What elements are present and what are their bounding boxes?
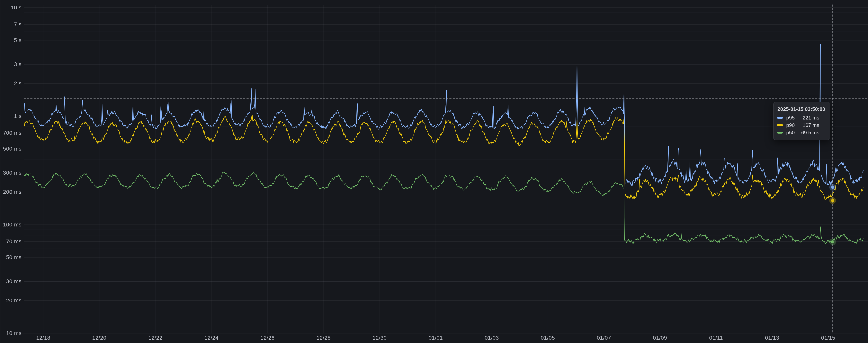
tooltip-series-color-pill (777, 132, 783, 133)
tooltip-series-value: 69.5 ms (801, 130, 825, 136)
x-tick-label: 12/22 (148, 335, 162, 341)
x-tick-label: 12/26 (260, 335, 275, 341)
x-tick-label: 01/05 (541, 335, 555, 341)
tooltip-row: p95221 ms (777, 115, 825, 121)
y-tick-label: 300 ms (3, 170, 22, 176)
tooltip-series-label: p90 (786, 122, 795, 128)
x-tick-label: 01/07 (597, 335, 611, 341)
latency-timeseries-panel: 10 s7 s5 s3 s2 s1 s700 ms500 ms300 ms200… (0, 0, 868, 343)
tooltip-row: p5069.5 ms (777, 129, 825, 136)
y-tick-label: 10 s (11, 4, 22, 11)
y-tick-label: 10 ms (6, 330, 22, 336)
y-tick-label: 70 ms (6, 238, 22, 245)
y-tick-label: 7 s (14, 21, 22, 28)
y-axis-labels: 10 s7 s5 s3 s2 s1 s700 ms500 ms300 ms200… (0, 0, 22, 343)
y-tick-label: 200 ms (3, 189, 22, 195)
tooltip-series-value: 167 ms (803, 122, 825, 128)
latency-chart-canvas[interactable] (0, 0, 868, 343)
tooltip-series-color-pill (777, 117, 783, 119)
x-tick-label: 01/09 (653, 335, 667, 341)
y-tick-label: 3 s (14, 61, 22, 67)
x-tick-label: 01/03 (485, 335, 499, 341)
y-tick-label: 50 ms (6, 254, 22, 260)
x-tick-label: 12/18 (36, 335, 51, 341)
y-tick-label: 700 ms (3, 130, 22, 136)
y-tick-label: 100 ms (3, 222, 22, 228)
tooltip-series-label: p50 (786, 130, 795, 136)
x-tick-label: 12/30 (372, 335, 387, 341)
y-tick-label: 5 s (14, 37, 22, 43)
x-tick-label: 01/11 (709, 335, 723, 341)
x-tick-label: 01/13 (765, 335, 779, 341)
tooltip-timestamp: 2025-01-15 03:50:00 (777, 106, 825, 112)
x-tick-label: 12/28 (316, 335, 331, 341)
y-tick-label: 20 ms (6, 298, 22, 304)
tooltip-series-color-pill (777, 124, 783, 126)
y-tick-label: 30 ms (6, 278, 22, 284)
x-tick-label: 12/24 (205, 335, 219, 341)
y-tick-label: 2 s (14, 81, 22, 87)
x-tick-label: 12/20 (92, 335, 106, 341)
x-tick-label: 01/01 (429, 335, 443, 341)
tooltip-series-value: 221 ms (803, 115, 825, 121)
y-tick-label: 1 s (14, 113, 22, 119)
x-tick-label: 01/15 (821, 335, 835, 341)
tooltip-rows: p95221 msp90167 msp5069.5 ms (777, 115, 825, 136)
chart-tooltip: 2025-01-15 03:50:00 p95221 msp90167 msp5… (773, 102, 830, 140)
tooltip-row: p90167 ms (777, 122, 825, 128)
y-tick-label: 500 ms (3, 146, 22, 152)
tooltip-series-label: p95 (786, 115, 795, 121)
